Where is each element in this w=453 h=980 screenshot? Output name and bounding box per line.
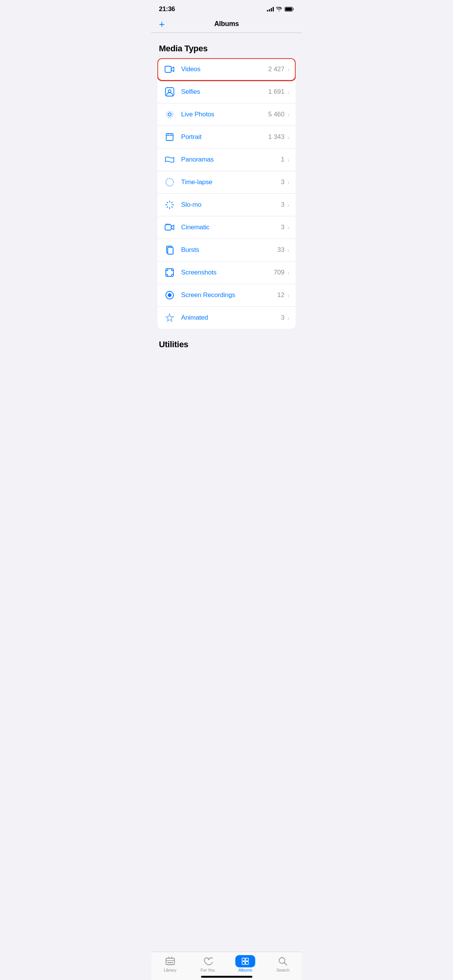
svg-line-16 (172, 202, 172, 203)
animated-count: 3 (281, 314, 285, 322)
svg-rect-2 (165, 66, 171, 72)
slo-mo-icon (164, 199, 176, 211)
screen-recordings-count: 12 (277, 291, 285, 299)
list-item-time-lapse[interactable]: Time-lapse 3 › (157, 171, 296, 194)
live-photos-label: Live Photos (181, 111, 268, 118)
portrait-icon (164, 131, 176, 143)
add-button[interactable]: + (159, 19, 165, 29)
list-item-screen-recordings[interactable]: Screen Recordings 12 › (157, 284, 296, 307)
time-lapse-label: Time-lapse (181, 178, 281, 186)
media-types-title: Media Types (151, 44, 302, 58)
selfies-icon (164, 86, 176, 98)
screenshots-icon (164, 266, 176, 279)
list-item-cinematic[interactable]: Cinematic 3 › (157, 216, 296, 239)
time-lapse-chevron: › (288, 179, 289, 186)
bursts-icon (164, 244, 176, 256)
live-photos-icon (164, 108, 176, 121)
live-photos-chevron: › (288, 111, 289, 118)
list-item-portrait[interactable]: Portrait 1 343 › (157, 126, 296, 149)
selfies-count: 1 691 (268, 88, 285, 96)
videos-label: Videos (181, 65, 268, 73)
svg-point-5 (168, 113, 171, 116)
videos-chevron: › (288, 66, 289, 73)
screen-recordings-chevron: › (288, 292, 289, 299)
svg-point-6 (167, 111, 173, 118)
time-lapse-count: 3 (281, 178, 285, 186)
panoramas-icon (164, 154, 176, 166)
status-time: 21:36 (159, 5, 175, 13)
portrait-chevron: › (288, 134, 289, 140)
cinematic-chevron: › (288, 224, 289, 231)
status-icons (267, 7, 294, 11)
svg-point-27 (168, 294, 171, 297)
svg-line-17 (167, 207, 168, 207)
svg-point-4 (168, 90, 171, 93)
portrait-label: Portrait (181, 133, 268, 141)
utilities-section: Utilities (151, 340, 302, 354)
svg-line-15 (172, 207, 172, 207)
nav-header: + Albums (151, 16, 302, 33)
status-bar: 21:36 (151, 0, 302, 16)
bursts-chevron: › (288, 247, 289, 253)
screen-recordings-icon (164, 289, 176, 301)
animated-label: Animated (181, 314, 281, 322)
bursts-label: Bursts (181, 246, 277, 254)
panoramas-label: Panoramas (181, 156, 281, 163)
page-title: Albums (214, 20, 239, 28)
content: Media Types Videos 2 427 › (151, 44, 302, 385)
bursts-count: 33 (277, 246, 285, 254)
svg-point-9 (166, 178, 173, 186)
media-types-list: Videos 2 427 › Selfies 1 691 › (157, 58, 296, 329)
list-item-animated[interactable]: Animated 3 › (157, 307, 296, 329)
videos-icon (164, 63, 176, 75)
panoramas-count: 1 (281, 156, 285, 163)
svg-rect-1 (285, 8, 292, 11)
slo-mo-chevron: › (288, 202, 289, 208)
svg-line-14 (167, 202, 168, 203)
cinematic-count: 3 (281, 224, 285, 231)
selfies-label: Selfies (181, 88, 268, 96)
media-types-section: Media Types Videos 2 427 › (151, 44, 302, 329)
videos-count: 2 427 (268, 65, 285, 73)
utilities-title: Utilities (151, 340, 302, 354)
list-item-panoramas[interactable]: Panoramas 1 › (157, 149, 296, 171)
svg-rect-18 (165, 225, 171, 230)
list-item-selfies[interactable]: Selfies 1 691 › (157, 81, 296, 103)
svg-rect-25 (166, 269, 173, 276)
screenshots-label: Screenshots (181, 269, 274, 276)
portrait-count: 1 343 (268, 133, 285, 141)
selfies-chevron: › (288, 89, 289, 95)
list-item-screenshots[interactable]: Screenshots 709 › (157, 261, 296, 284)
signal-icon (267, 7, 274, 11)
list-item-videos[interactable]: Videos 2 427 › (157, 58, 296, 81)
cinematic-icon (164, 221, 176, 234)
live-photos-count: 5 460 (268, 111, 285, 118)
panoramas-chevron: › (288, 157, 289, 163)
svg-rect-23 (168, 247, 173, 254)
cinematic-label: Cinematic (181, 224, 281, 231)
time-lapse-icon (164, 176, 176, 188)
slo-mo-count: 3 (281, 201, 285, 209)
battery-icon (285, 7, 294, 11)
screen-recordings-label: Screen Recordings (181, 291, 277, 299)
list-item-live-photos[interactable]: Live Photos 5 460 › (157, 103, 296, 126)
list-item-slo-mo[interactable]: Slo-mo 3 › (157, 194, 296, 216)
screenshots-chevron: › (288, 270, 289, 276)
animated-chevron: › (288, 315, 289, 321)
wifi-icon (276, 7, 282, 11)
slo-mo-label: Slo-mo (181, 201, 281, 209)
screenshots-count: 709 (274, 269, 285, 276)
list-item-bursts[interactable]: Bursts 33 › (157, 239, 296, 261)
animated-icon (164, 312, 176, 324)
